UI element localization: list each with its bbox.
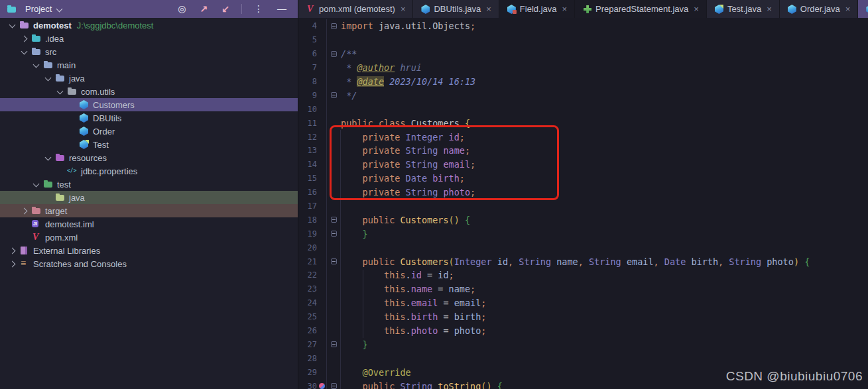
locate-file-button[interactable]: ◎ (173, 0, 190, 18)
code-token: ; (449, 270, 454, 280)
fold-toggle-icon[interactable] (331, 258, 337, 264)
tree-chevron-icon[interactable] (31, 60, 43, 70)
fold-toggle-icon[interactable] (331, 231, 337, 237)
editor-tab[interactable]: Custom (858, 0, 868, 18)
fold-toggle-icon[interactable] (331, 23, 337, 29)
code-editor[interactable]: 4 import java.util.Objects; 5 6 /** 7 (298, 18, 868, 389)
tree-chevron-icon[interactable] (7, 20, 19, 30)
tree-item-icon (55, 73, 66, 83)
code-token: id (497, 256, 508, 267)
code-token (341, 256, 363, 267)
tree-row[interactable]: demotest.iml (0, 217, 298, 231)
editor-tab[interactable]: Order.java (780, 0, 859, 18)
editor-tab[interactable]: DBUtils.java (413, 0, 499, 18)
tree-row[interactable]: DBUtils (0, 111, 298, 125)
tree-row[interactable]: src (0, 45, 298, 58)
tree-chevron-icon[interactable] (54, 166, 67, 176)
fold-toggle-icon[interactable] (331, 51, 337, 57)
code-lines: 4 import java.util.Objects; 5 6 /** 7 (298, 18, 868, 389)
tree-item-icon (31, 33, 42, 44)
code-token: ; (460, 132, 465, 142)
collapse-all-button[interactable]: ↙ (217, 0, 234, 18)
code-token: = (438, 311, 454, 322)
line-number: 24 (302, 298, 317, 307)
hide-panel-button[interactable]: — (273, 0, 291, 18)
tree-row[interactable]: java (0, 191, 298, 204)
tree-chevron-icon[interactable] (7, 258, 19, 269)
tree-row[interactable]: jdbc.properties (0, 164, 298, 178)
fold-toggle-icon[interactable] (331, 341, 337, 347)
fold-toggle-icon[interactable] (331, 92, 337, 98)
tree-chevron-icon[interactable] (19, 219, 31, 229)
tree-chevron-icon[interactable] (66, 126, 79, 137)
code-token: { (465, 215, 470, 225)
tree-row[interactable]: Scratches and Consoles (0, 257, 298, 270)
code-token: id (438, 270, 448, 280)
code-token (341, 173, 363, 184)
editor-tab[interactable]: Field.java (499, 0, 575, 18)
editor-tab[interactable]: pom.xml (demotest) (298, 0, 413, 18)
override-marker-icon[interactable] (317, 383, 326, 389)
tree-chevron-icon[interactable] (66, 99, 79, 110)
tree-chevron-icon[interactable] (42, 73, 55, 83)
code-line: 9 */ (298, 88, 868, 102)
tab-close-icon[interactable] (694, 4, 699, 14)
editor-tab[interactable]: PreparedStatement.java (575, 0, 707, 18)
tree-chevron-icon[interactable] (66, 113, 79, 123)
code-line: 20 (298, 241, 868, 254)
tree-chevron-icon[interactable] (42, 152, 55, 163)
more-options-button[interactable]: ⋮ (249, 0, 268, 18)
tree-row[interactable]: External Libraries (0, 244, 298, 257)
header-separator (241, 4, 242, 14)
fold-column (326, 158, 341, 172)
tree-row[interactable]: Order (0, 125, 298, 138)
expand-all-button[interactable]: ↗ (196, 0, 213, 18)
editor-tab[interactable]: Test.java (707, 0, 780, 18)
tree-row[interactable]: resources (0, 151, 298, 164)
tab-close-icon[interactable] (562, 4, 568, 14)
tree-chevron-icon[interactable] (66, 139, 79, 150)
tab-close-icon[interactable] (486, 4, 491, 14)
tab-close-icon[interactable] (401, 4, 406, 14)
line-number: 4 (302, 21, 317, 30)
tree-row[interactable]: main (0, 58, 298, 72)
line-number: 12 (302, 133, 317, 142)
tree-row[interactable]: com.utils (0, 85, 298, 98)
code-token: . (406, 325, 411, 336)
chevron-down-icon[interactable] (56, 6, 63, 13)
code-token: email (443, 159, 470, 170)
tab-close-icon[interactable] (767, 4, 772, 14)
fold-toggle-icon[interactable] (331, 217, 337, 223)
code-token: @Override (363, 367, 411, 378)
tree-chevron-icon[interactable] (19, 205, 31, 216)
tree-chevron-icon[interactable] (19, 232, 31, 243)
fold-column (326, 61, 341, 75)
code-token: @author (357, 62, 395, 73)
tree-chevron-icon[interactable] (54, 86, 67, 97)
file-type-icon (787, 4, 797, 14)
tree-item-label: Scratches and Consoles (33, 259, 127, 269)
tree-item-label: External Libraries (33, 246, 100, 256)
tree-item-icon (31, 232, 42, 243)
fold-column (326, 186, 341, 199)
project-panel-title[interactable]: Project (25, 4, 52, 14)
tree-row[interactable]: demotest J:\sggjdbc\demotest (0, 19, 298, 32)
tree-row[interactable]: java (0, 72, 298, 85)
code-token: import (341, 21, 373, 31)
fold-column (326, 130, 341, 144)
tree-chevron-icon[interactable] (42, 192, 55, 203)
tree-chevron-icon[interactable] (31, 179, 43, 190)
code-token (341, 145, 363, 156)
tree-row[interactable]: target (0, 204, 298, 217)
tree-row[interactable]: .idea (0, 32, 298, 45)
tree-row[interactable]: Test (0, 138, 298, 151)
tree-row[interactable]: test (0, 178, 298, 191)
tree-chevron-icon[interactable] (19, 46, 31, 57)
tree-chevron-icon[interactable] (7, 245, 19, 256)
fold-toggle-icon[interactable] (331, 383, 337, 389)
tree-row[interactable]: pom.xml (0, 231, 298, 244)
tab-close-icon[interactable] (845, 4, 851, 14)
tree-row[interactable]: Customers (0, 98, 298, 111)
tree-chevron-icon[interactable] (19, 33, 31, 44)
code-token: ; (465, 145, 470, 156)
